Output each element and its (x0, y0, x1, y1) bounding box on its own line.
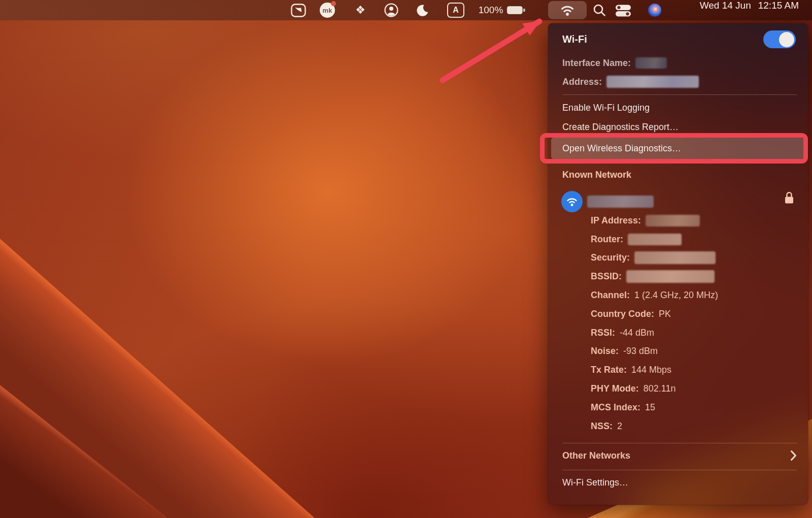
divider (562, 443, 797, 443)
network-details: IP Address: Router: Security: BSSID: Cha… (591, 211, 800, 436)
detail-row-rssi: RSSI: -44 dBm (591, 323, 800, 342)
bssid-redacted (626, 270, 715, 283)
interface-name-redacted (635, 57, 667, 69)
security-redacted (634, 251, 716, 264)
chevron-right-icon (790, 450, 797, 461)
moon-focus-icon[interactable] (413, 0, 431, 20)
detail-row-mcs: MCS Index: 15 (591, 398, 800, 417)
wifi-glyph-small (565, 196, 579, 207)
detail-row-country: Country Code: PK (591, 305, 800, 323)
divider (562, 470, 797, 470)
pointer-app-icon[interactable] (289, 0, 308, 20)
wifi-glyph (559, 3, 576, 17)
menu-item-other-networks[interactable]: Other Networks (562, 446, 797, 465)
clock-time: 12:15 AM (758, 0, 799, 11)
user-switch-icon[interactable] (382, 0, 400, 20)
notification-badge (331, 1, 336, 6)
menu-bar-clock[interactable]: Wed 14 Jun 12:15 AM (671, 0, 799, 20)
detail-row-ip: IP Address: (591, 211, 800, 230)
menu-bar: mk ❖ A 100% (0, 0, 812, 20)
menu-item-open-wireless-diagnostics[interactable]: Open Wireless Diagnostics… (551, 138, 804, 159)
wifi-icon[interactable] (548, 1, 587, 19)
mk-label: mk (323, 7, 332, 14)
detail-row-router: Router: (591, 230, 800, 249)
wifi-toggle[interactable] (763, 30, 796, 48)
menu-item-wifi-settings[interactable]: Wi-Fi Settings… (562, 472, 808, 493)
detail-row-noise: Noise: -93 dBm (591, 342, 800, 361)
menu-item-enable-wifi-logging[interactable]: Enable Wi-Fi Logging (548, 98, 804, 117)
detail-row-phymode: PHY Mode: 802.11n (591, 379, 800, 398)
siri-icon[interactable] (648, 0, 662, 20)
ip-redacted (646, 215, 700, 226)
detail-row-channel: Channel: 1 (2.4 GHz, 20 MHz) (591, 286, 800, 305)
known-network-row[interactable] (548, 190, 808, 213)
wifi-menu-panel: Wi-Fi Interface Name: Address: Enable Wi… (548, 23, 808, 505)
control-center-icon[interactable] (612, 0, 634, 20)
input-source-box[interactable]: A (447, 0, 465, 20)
router-redacted (628, 234, 682, 245)
wifi-menu-title: Wi-Fi (562, 34, 587, 45)
input-source-letter: A (453, 6, 459, 15)
spotlight-icon[interactable] (590, 0, 608, 20)
address-label: Address: (562, 77, 602, 87)
clock-date: Wed 14 Jun (700, 0, 751, 11)
detail-row-txrate: Tx Rate: 144 Mbps (591, 361, 800, 379)
battery-icon (506, 5, 525, 16)
divider (562, 94, 797, 95)
interface-name-label: Interface Name: (562, 58, 631, 69)
menu-item-create-diagnostics-report[interactable]: Create Diagnostics Report… (548, 117, 804, 137)
known-network-header: Known Network (562, 169, 631, 181)
toggle-knob (779, 32, 794, 47)
network-name-redacted (587, 196, 654, 208)
detail-row-nss: NSS: 2 (591, 417, 800, 436)
network-wifi-badge (561, 191, 583, 212)
battery-percent: 100% (479, 5, 503, 16)
detail-row-security: Security: (591, 249, 800, 268)
address-redacted (606, 76, 699, 88)
battery-status[interactable]: 100% (472, 0, 532, 20)
detail-row-bssid: BSSID: (591, 267, 800, 286)
mk-app-icon[interactable]: mk (318, 0, 336, 20)
lock-icon (785, 191, 794, 206)
tidal-icon[interactable]: ❖ (351, 0, 369, 20)
